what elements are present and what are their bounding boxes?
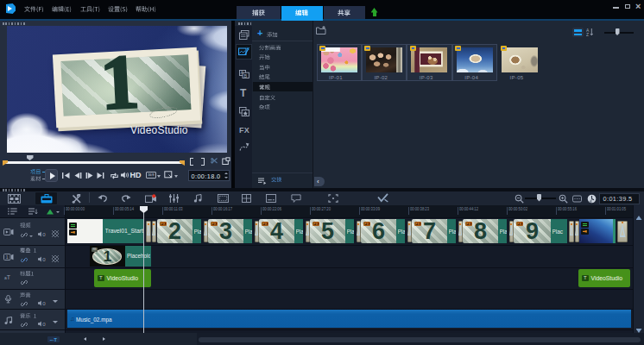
svg-text:A: A — [240, 70, 243, 75]
svg-text:1: 1 — [5, 254, 8, 260]
svg-text:0: 0 — [42, 321, 46, 327]
svg-text:0: 0 — [42, 256, 46, 262]
svg-text:0: 0 — [42, 300, 46, 306]
svg-text:B: B — [244, 73, 248, 78]
svg-text:0: 0 — [42, 231, 46, 237]
svg-text:Z: Z — [586, 32, 589, 37]
